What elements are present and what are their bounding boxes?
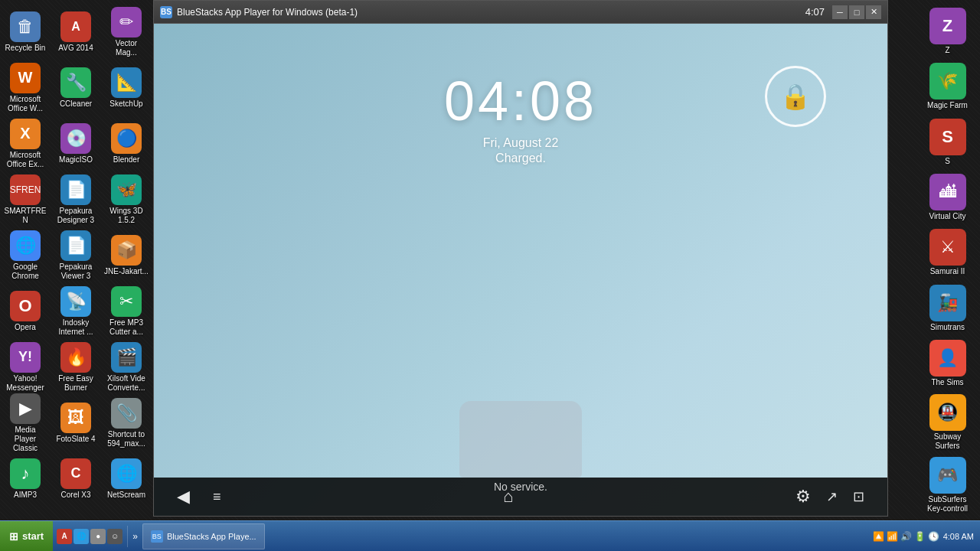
desktop-icon-sims[interactable]: 👤 The Sims xyxy=(919,336,976,391)
maximize-button[interactable]: □ xyxy=(849,5,864,19)
desktop-icon-sketchup[interactable]: 📐 SketchUp xyxy=(101,60,152,116)
taskbar: ⊞ start A 🌐 ● ☺ » BS BlueStacks App Play… xyxy=(0,520,980,551)
desktop-icon-avg[interactable]: A AVG 2014 xyxy=(51,4,101,60)
android-settings-button[interactable]: ⚙ xyxy=(795,487,811,507)
phone-body xyxy=(459,401,582,478)
s-icon: S xyxy=(929,119,966,155)
android-home-button[interactable]: ⌂ xyxy=(503,487,513,507)
android-back-button[interactable]: ◀ xyxy=(177,487,190,507)
desktop-icon-ccleaner[interactable]: 🔧 CCleaner xyxy=(51,60,101,116)
samurai-icon: ⚔ xyxy=(929,229,966,266)
desktop-icon-msoffice-w[interactable]: W Microsoft Office W... xyxy=(0,60,51,116)
android-clock: 04:08 xyxy=(444,70,597,132)
desktop-icon-smartfren[interactable]: SFREN SMARTFREN xyxy=(0,171,51,227)
android-menu-button[interactable]: ≡ xyxy=(213,489,221,505)
window-title: BlueStacks App Player for Windows (beta-… xyxy=(177,7,805,18)
android-share-button[interactable]: ↗ xyxy=(826,488,838,505)
tray-icon-battery[interactable]: 🔋 xyxy=(914,531,926,542)
desktop-icon-mp3cutter[interactable]: ✂ Free MP3 Cutter a... xyxy=(101,283,152,339)
taskbar-icon-3[interactable]: ● xyxy=(90,529,106,544)
yahoo-icon: Y! xyxy=(10,342,41,373)
desktop-icon-corelx3[interactable]: C Corel X3 xyxy=(51,451,101,507)
desktop-icon-easyburner[interactable]: 🔥 Free Easy Burner xyxy=(51,339,101,395)
desktop-icon-mediaplayer[interactable]: ▶ Media Player Classic xyxy=(0,395,51,451)
desktop-icon-yahoo[interactable]: Y! Yahoo! Messenger xyxy=(0,339,51,395)
ccleaner-icon: 🔧 xyxy=(60,67,91,98)
easyburner-icon: 🔥 xyxy=(60,342,91,373)
taskbar-bluestacks-btn[interactable]: BS BlueStacks App Playe... xyxy=(142,523,265,549)
close-button[interactable]: ✕ xyxy=(866,5,881,19)
fotoslate-icon: 🖼 xyxy=(60,403,91,433)
jne-icon: 📦 xyxy=(111,235,142,266)
taskbar-icon-4[interactable]: ☺ xyxy=(107,529,122,544)
no-service-label: No service. xyxy=(494,481,547,493)
tray-icon-sound[interactable]: 🔊 xyxy=(900,531,912,542)
vector-icon: ✏ xyxy=(111,7,142,37)
start-label: start xyxy=(22,530,44,542)
indosky-icon: 📡 xyxy=(60,286,91,317)
sketchup-icon: 📐 xyxy=(111,67,142,98)
window-controls: ─ □ ✕ xyxy=(832,5,881,19)
desktop: 🗑 Recycle Bin A AVG 2014 ✏ Vector Mag...… xyxy=(0,0,980,551)
taskbar-icon-2[interactable]: 🌐 xyxy=(74,529,89,544)
desktop-icon-aimp3[interactable]: ♪ AIMP3 xyxy=(0,451,51,507)
desktop-icon-recycle-bin[interactable]: 🗑 Recycle Bin xyxy=(0,4,51,60)
window-time-display: 4:07 xyxy=(805,6,825,18)
corelx3-icon: C xyxy=(60,458,91,489)
tray-icon-network[interactable]: 📶 xyxy=(887,531,898,542)
desktop-icon-wings3d[interactable]: 🦋 Wings 3D 1.5.2 xyxy=(101,171,152,227)
nav-center-buttons: ⌂ xyxy=(503,487,513,507)
virtual-city-icon: 🏙 xyxy=(929,174,966,210)
taskbar-bluestacks-icon: BS xyxy=(151,530,163,543)
window-titlebar: BS BlueStacks App Player for Windows (be… xyxy=(154,1,887,24)
desktop-icon-msoffice-ex[interactable]: X Microsoft Office Ex... xyxy=(0,116,51,171)
desktop-icon-chrome[interactable]: 🌐 Google Chrome xyxy=(0,227,51,283)
chrome-icon: 🌐 xyxy=(10,230,41,261)
taskbar-icon-1[interactable]: A xyxy=(57,529,72,544)
phone-illustration xyxy=(459,401,582,478)
nav-left-buttons: ◀ ≡ xyxy=(177,487,221,507)
tray-icon-1[interactable]: 🔼 xyxy=(873,531,884,542)
desktop-icon-xilsoft[interactable]: 🎬 Xilsoft Vide Converte... xyxy=(101,339,152,395)
desktop-icon-simutrans[interactable]: 🚂 Simutrans xyxy=(919,280,976,335)
desktop-icon-pepakura3[interactable]: 📄 Pepakura Designer 3 xyxy=(51,171,101,227)
right-sidebar: Z Z 🌾 Magic Farm S S 🏙 Virtual City ⚔ Sa… xyxy=(919,0,980,520)
opera-icon: O xyxy=(10,291,41,321)
desktop-icon-blender[interactable]: 🔵 Blender xyxy=(101,116,152,171)
desktop-icon-fotoslate[interactable]: 🖼 FotoSlate 4 xyxy=(51,395,101,451)
lock-button[interactable]: 🔒 xyxy=(765,66,826,127)
desktop-icon-subway[interactable]: 🚇 Subway Surfers xyxy=(919,391,976,454)
desktop-icon-indosky[interactable]: 📡 Indosky Internet ... xyxy=(51,283,101,339)
desktop-icon-z[interactable]: Z Z xyxy=(919,4,976,59)
desktop-icon-opera[interactable]: O Opera xyxy=(0,283,51,339)
msoffice-ex-icon: X xyxy=(10,119,41,149)
android-date: Fri, August 22 xyxy=(483,136,559,150)
aimp3-icon: ♪ xyxy=(10,458,41,489)
start-button[interactable]: ⊞ start xyxy=(0,521,53,552)
android-screen-button[interactable]: ⊡ xyxy=(853,488,864,505)
sims-icon: 👤 xyxy=(929,340,966,377)
desktop-icon-vector[interactable]: ✏ Vector Mag... xyxy=(101,4,152,60)
desktop-icon-jne[interactable]: 📦 JNE-Jakart... xyxy=(101,227,152,283)
desktop-icon-virtual-city[interactable]: 🏙 Virtual City xyxy=(919,170,976,225)
tray-icon-clock[interactable]: 🕓 xyxy=(928,531,939,542)
taskbar-clock: 4:08 AM xyxy=(943,532,974,541)
desktop-icon-shortcut[interactable]: 📎 Shortcut to 594_max... xyxy=(101,395,152,451)
magic-farm-icon: 🌾 xyxy=(929,63,966,99)
minimize-button[interactable]: ─ xyxy=(832,5,848,19)
desktop-icon-netscream[interactable]: 🌐 NetScream xyxy=(101,451,152,507)
smartfren-icon: SFREN xyxy=(10,174,41,205)
system-tray-icons: 🔼 📶 🔊 🔋 🕓 xyxy=(873,531,939,542)
desktop-icon-magic-farm[interactable]: 🌾 Magic Farm xyxy=(919,59,976,114)
taskbar-bluestacks-label: BlueStacks App Playe... xyxy=(167,532,256,541)
desktop-icon-samurai[interactable]: ⚔ Samurai II xyxy=(919,225,976,280)
desktop-icon-magiciso[interactable]: 💿 MagicISO xyxy=(51,116,101,171)
subway-icon: 🚇 xyxy=(929,394,966,431)
bluestacks-window: BS BlueStacks App Player for Windows (be… xyxy=(153,0,888,517)
desktop-icon-s[interactable]: S S xyxy=(919,115,976,170)
taskbar-right: 🔼 📶 🔊 🔋 🕓 4:08 AM xyxy=(867,521,980,552)
desktop-icon-subsurfers[interactable]: 🎮 SubSurfers Key-controll xyxy=(919,454,976,517)
simutrans-icon: 🚂 xyxy=(929,285,966,321)
desktop-icon-pepakura-viewer[interactable]: 📄 Pepakura Viewer 3 xyxy=(51,227,101,283)
z-icon: Z xyxy=(929,8,966,44)
